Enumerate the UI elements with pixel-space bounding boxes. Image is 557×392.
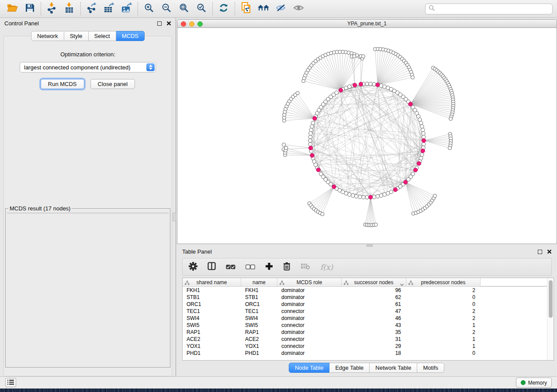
mcds-hub-node[interactable] [422,138,426,142]
network-node[interactable] [372,195,376,199]
tab-select[interactable]: Select [89,31,116,41]
mcds-hub-node[interactable] [414,168,418,172]
add-column-button[interactable] [265,262,273,272]
search-input[interactable] [435,4,552,14]
network-view[interactable] [177,28,557,244]
import-network-button[interactable] [43,2,61,16]
mcds-hub-node[interactable] [359,82,363,86]
network-node[interactable] [319,172,323,176]
tab-style[interactable]: Style [64,31,89,41]
mcds-hub-node[interactable] [309,146,313,150]
table-settings-button[interactable] [189,262,197,272]
network-node[interactable] [433,194,436,198]
float-table-panel-icon[interactable] [538,250,542,254]
tab-network[interactable]: Network [31,31,64,41]
memory-button[interactable]: Memory [516,378,552,388]
export-network-button[interactable] [83,2,100,16]
tab-motifs[interactable]: Motifs [417,363,444,373]
network-node[interactable] [411,76,415,79]
search-field[interactable] [425,3,553,14]
network-node[interactable] [308,142,312,146]
network-node[interactable] [362,55,365,58]
export-table-button[interactable] [100,2,118,16]
delete-table-button[interactable] [301,263,310,272]
hide-all-columns-button[interactable] [246,263,255,271]
criterion-select[interactable]: largest connected component (undirected) [20,62,156,72]
mcds-hub-node[interactable] [316,168,320,172]
network-node[interactable] [308,139,312,143]
network-node[interactable] [422,135,426,139]
refresh-view-button[interactable] [215,2,232,16]
zoom-out-button[interactable] [158,2,175,16]
network-node[interactable] [321,212,324,216]
network-node[interactable] [449,117,453,120]
mcds-hub-node[interactable] [376,83,380,87]
network-node[interactable] [296,91,299,95]
network-node[interactable] [422,142,426,146]
close-table-panel-icon[interactable] [547,248,552,256]
task-history-button[interactable] [5,378,16,387]
network-window-titlebar[interactable]: YPA_prune.txt_1 [177,19,557,28]
hide-selected-button[interactable] [272,2,290,16]
table-row[interactable]: PHD1PHD1dominator180 [183,350,547,357]
first-neighbors-button[interactable] [255,2,272,16]
zoom-selected-button[interactable] [193,2,210,16]
network-node[interactable] [369,82,373,86]
save-session-button[interactable] [21,2,38,16]
window-maximize-icon[interactable] [197,21,203,27]
network-node[interactable] [309,128,313,132]
network-node[interactable] [311,121,315,125]
tab-edge-table[interactable]: Edge Table [329,363,370,373]
network-node[interactable] [351,194,355,198]
tab-node-table[interactable]: Node Table [289,363,330,373]
close-panel-icon[interactable] [166,20,171,28]
mcds-hub-node[interactable] [417,162,421,165]
show-all-columns-button[interactable] [226,263,235,271]
table-splitter[interactable] [176,244,557,247]
tab-network-table[interactable]: Network Table [370,363,417,373]
mcds-hub-node[interactable] [310,154,314,158]
table-row[interactable]: TEC1TEC1connector472 [183,308,547,315]
panel-splitter-grip[interactable] [173,213,176,221]
network-node[interactable] [379,194,383,198]
network-node[interactable] [376,194,380,198]
network-node[interactable] [420,124,424,128]
table-row[interactable]: YOX1YOX1connector291 [183,343,547,350]
table-scrollbar-thumb[interactable] [549,280,553,318]
network-node[interactable] [420,153,424,157]
network-node[interactable] [421,128,425,132]
close-panel-button[interactable]: Close panel [90,79,135,89]
window-minimize-icon[interactable] [189,21,194,27]
column-layout-button[interactable] [208,262,216,272]
network-node[interactable] [362,195,366,199]
import-table-button[interactable] [61,2,78,16]
table-row[interactable]: SWI4SWI4dominator462 [183,315,547,322]
run-mcds-button[interactable]: Run MCDS [41,79,84,89]
table-row[interactable]: RAP1RAP1dominator352 [183,329,547,336]
window-close-icon[interactable] [181,21,186,27]
network-node[interactable] [448,146,452,150]
table-row[interactable]: ORC1ORC1dominator610 [183,301,547,308]
mcds-hub-node[interactable] [393,188,397,192]
float-panel-icon[interactable] [157,21,162,26]
network-node[interactable] [335,91,339,95]
open-file-button[interactable] [3,2,21,16]
mcds-hub-node[interactable] [339,88,343,92]
network-node[interactable] [383,193,387,196]
network-node[interactable] [365,196,369,199]
mcds-hub-node[interactable] [332,185,336,189]
network-node[interactable] [354,194,358,198]
table-row[interactable]: FKH1FKH1dominator962 [183,287,547,294]
mcds-hub-node[interactable] [313,117,317,120]
network-node[interactable] [353,55,356,58]
network-node[interactable] [309,131,313,135]
network-node[interactable] [374,223,377,227]
column-header-name[interactable]: name [241,278,277,286]
mcds-hub-node[interactable] [404,180,408,184]
table-row[interactable]: SWI5SWI5connector431 [183,322,547,329]
network-node[interactable] [284,146,288,150]
mcds-hub-node[interactable] [353,83,357,87]
duplicate-network-button[interactable] [237,2,255,16]
column-header-shared-name[interactable]: shared name [183,278,241,286]
mcds-hub-node[interactable] [408,102,412,106]
